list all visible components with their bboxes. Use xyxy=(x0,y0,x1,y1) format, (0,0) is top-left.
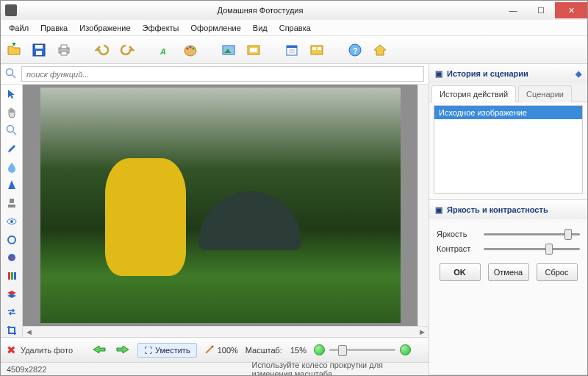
svg-rect-5 xyxy=(61,52,67,55)
photo-preview xyxy=(40,88,401,323)
history-list[interactable]: Исходное изображение xyxy=(434,105,583,194)
blur-tool[interactable] xyxy=(4,160,19,174)
next-button[interactable] xyxy=(115,344,130,356)
svg-marker-24 xyxy=(374,45,386,55)
undo-button[interactable] xyxy=(93,41,111,59)
delete-photo-button[interactable]: ✖ Удалить фото xyxy=(7,344,73,357)
svg-rect-1 xyxy=(35,45,43,49)
svg-rect-40 xyxy=(14,272,16,280)
maximize-button[interactable]: ☐ xyxy=(527,2,555,18)
toolbar: A ? xyxy=(1,36,587,64)
layers-tool[interactable] xyxy=(4,288,19,301)
svg-line-26 xyxy=(12,75,15,78)
frame-button[interactable] xyxy=(245,41,262,59)
zoom-label: Масштаб: 15% xyxy=(245,346,306,355)
search-icon xyxy=(5,68,17,81)
sharpen-tool[interactable] xyxy=(4,179,19,192)
fit-icon: ⛶ xyxy=(144,346,152,355)
svg-rect-4 xyxy=(61,45,67,49)
vertical-scrollbar[interactable] xyxy=(417,85,429,326)
crop-tool[interactable] xyxy=(4,324,19,337)
menu-effects[interactable]: Эффекты xyxy=(137,21,184,35)
svg-point-9 xyxy=(190,46,192,48)
menu-image[interactable]: Изображение xyxy=(74,21,135,35)
redo-button[interactable] xyxy=(118,41,136,59)
searchbar xyxy=(1,64,429,85)
eye-tool[interactable] xyxy=(4,215,19,228)
zoom-out-button[interactable] xyxy=(314,344,325,355)
swap-tool[interactable] xyxy=(4,306,19,319)
reset-button[interactable]: Сброс xyxy=(537,263,578,281)
menu-file[interactable]: Файл xyxy=(4,21,34,35)
zoom-in-button[interactable] xyxy=(400,344,411,355)
cancel-button[interactable]: Отмена xyxy=(488,263,529,281)
bottom-toolbar: ✖ Удалить фото ⛶ Уместить 100% Масштаб: … xyxy=(1,337,429,362)
fit-label: Уместить xyxy=(155,346,190,355)
history-panel-title: История и сценарии xyxy=(447,69,528,78)
menubar: Файл Правка Изображение Эффекты Оформлен… xyxy=(1,20,587,36)
menu-design[interactable]: Оформление xyxy=(186,21,246,35)
stamp-tool[interactable] xyxy=(4,196,19,210)
collapse-icon[interactable]: ◆ xyxy=(576,69,581,79)
titlebar: Домашняя Фотостудия — ☐ ✕ xyxy=(1,1,587,20)
svg-marker-27 xyxy=(8,90,15,99)
svg-line-29 xyxy=(13,132,16,135)
contrast-slider[interactable] xyxy=(484,248,580,250)
zoom-100-button[interactable]: 100% xyxy=(204,344,238,356)
history-panel-header[interactable]: ▣ История и сценарии ◆ xyxy=(429,64,587,83)
svg-point-45 xyxy=(211,345,213,347)
canvas[interactable] xyxy=(23,85,417,326)
svg-point-37 xyxy=(10,256,13,259)
panel-icon: ▣ xyxy=(435,205,442,215)
brush-tool[interactable] xyxy=(4,142,19,155)
svg-point-35 xyxy=(8,236,15,244)
svg-rect-32 xyxy=(8,205,15,207)
print-button[interactable] xyxy=(55,41,73,59)
tab-scenarios[interactable]: Сценарии xyxy=(518,85,572,102)
zoom-slider[interactable] xyxy=(329,349,395,351)
window-title: Домашняя Фотостудия xyxy=(21,6,499,15)
open-button[interactable] xyxy=(5,41,23,59)
svg-marker-30 xyxy=(8,180,15,189)
menu-view[interactable]: Вид xyxy=(248,21,273,35)
dodge-tool[interactable] xyxy=(4,233,19,246)
menu-help[interactable]: Справка xyxy=(274,21,316,35)
history-item[interactable]: Исходное изображение xyxy=(434,106,582,119)
svg-rect-2 xyxy=(36,51,42,55)
close-button[interactable]: ✕ xyxy=(555,2,587,18)
fit-button[interactable]: ⛶ Уместить xyxy=(137,343,197,358)
svg-marker-43 xyxy=(93,346,105,353)
brightness-panel-header[interactable]: ▣ Яркость и контрастность xyxy=(429,200,587,219)
text-button[interactable]: A xyxy=(157,41,174,59)
collage-button[interactable] xyxy=(308,41,326,59)
pointer-tool[interactable] xyxy=(4,88,19,101)
save-button[interactable] xyxy=(30,41,48,59)
svg-point-10 xyxy=(193,47,195,49)
menu-edit[interactable]: Правка xyxy=(35,21,73,35)
palette-button[interactable] xyxy=(182,41,199,59)
zoom-tool[interactable] xyxy=(4,124,19,137)
svg-marker-44 xyxy=(117,346,129,353)
levels-tool[interactable] xyxy=(4,269,19,283)
redeye-tool[interactable] xyxy=(4,251,19,264)
help-button[interactable]: ? xyxy=(346,41,364,59)
calendar-button[interactable] xyxy=(283,41,301,59)
brightness-slider[interactable] xyxy=(484,233,580,235)
wand-icon xyxy=(204,344,215,356)
right-panel: ▣ История и сценарии ◆ История действий … xyxy=(429,64,587,375)
minimize-button[interactable]: — xyxy=(499,2,527,18)
svg-text:?: ? xyxy=(353,46,358,55)
horizontal-scrollbar[interactable]: ◄► xyxy=(23,326,429,337)
search-input[interactable] xyxy=(21,66,424,82)
ok-button[interactable]: OK xyxy=(440,263,481,281)
svg-point-25 xyxy=(7,68,13,75)
image-button[interactable] xyxy=(220,41,237,59)
svg-rect-31 xyxy=(10,199,14,203)
tool-dock xyxy=(1,85,23,337)
home-button[interactable] xyxy=(371,41,389,59)
hand-tool[interactable] xyxy=(4,106,19,119)
prev-button[interactable] xyxy=(92,344,107,356)
contrast-label: Контраст xyxy=(437,244,478,253)
status-dimensions: 4509x2822 xyxy=(7,365,230,374)
tab-history[interactable]: История действий xyxy=(431,85,516,102)
